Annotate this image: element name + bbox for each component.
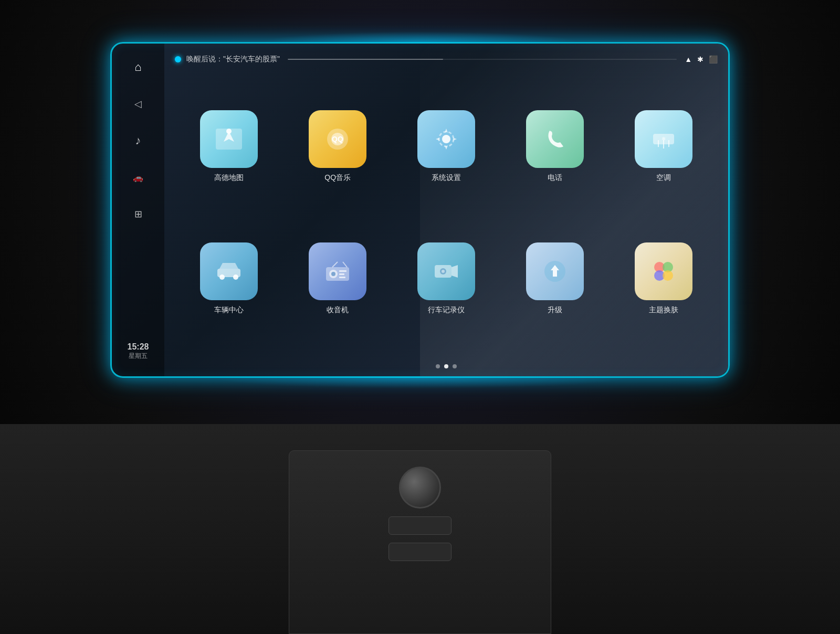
center-knob[interactable] (399, 467, 441, 509)
sidebar-item-vehicle[interactable]: 🚗 (122, 164, 154, 191)
app-label-map: 高德地图 (214, 173, 244, 183)
svg-point-5 (442, 135, 450, 143)
app-label-qqmusic: QQ音乐 (324, 173, 351, 183)
pagination-dot-3[interactable] (453, 364, 457, 368)
voice-indicator (175, 56, 181, 62)
app-label-vehicle: 车辆中心 (214, 305, 244, 315)
voice-bar (288, 59, 677, 60)
dashboard-bottom (0, 424, 840, 634)
svg-rect-20 (339, 273, 344, 275)
app-item-vehicle[interactable]: 车辆中心 (180, 218, 278, 340)
svg-point-1 (226, 129, 232, 134)
app-label-dashcam: 行车记录仪 (428, 305, 465, 315)
sidebar: ⌂ ◁ ♪ 🚗 ⊞ 15:28 星期五 (112, 44, 164, 376)
app-item-phone[interactable]: 电话 (506, 86, 604, 207)
pagination (164, 364, 728, 368)
svg-point-18 (331, 272, 335, 276)
app-icon-vehicle (200, 242, 258, 300)
screen-container: ⌂ ◁ ♪ 🚗 ⊞ 15:28 星期五 唤醒后说："长安汽车的股票" ▲ ✱ ⬛ (110, 42, 730, 378)
svg-text:❄: ❄ (662, 136, 666, 142)
center-button-1[interactable] (388, 516, 452, 535)
app-label-theme: 主题换肤 (649, 305, 678, 315)
pagination-dot-2[interactable] (444, 364, 448, 368)
svg-marker-25 (452, 265, 458, 278)
status-icons: ▲ ✱ ⬛ (685, 55, 718, 64)
app-item-dashcam[interactable]: 行车记录仪 (397, 218, 496, 340)
svg-point-15 (233, 274, 238, 280)
center-console (289, 450, 551, 634)
sidebar-time: 15:28 星期五 (128, 342, 149, 361)
bluetooth-icon: ✱ (697, 55, 704, 64)
svg-point-27 (442, 270, 445, 273)
svg-line-22 (332, 262, 338, 267)
svg-marker-13 (219, 263, 238, 269)
svg-text:QQ: QQ (332, 135, 343, 143)
sidebar-item-home[interactable]: ⌂ (122, 54, 154, 80)
center-button-2[interactable] (388, 543, 452, 561)
app-icon-settings (417, 110, 475, 168)
wifi-icon: ▲ (685, 55, 692, 64)
svg-rect-21 (339, 277, 345, 278)
app-item-ac[interactable]: ❄ 空调 (614, 86, 712, 207)
sidebar-item-nav[interactable]: ◁ (122, 91, 154, 117)
app-icon-ac: ❄ (635, 110, 692, 168)
app-icon-map (200, 110, 258, 168)
app-item-settings[interactable]: 系统设置 (397, 86, 496, 207)
pagination-dot-1[interactable] (436, 364, 440, 368)
screen: ⌂ ◁ ♪ 🚗 ⊞ 15:28 星期五 唤醒后说："长安汽车的股票" ▲ ✱ ⬛ (112, 44, 728, 376)
app-icon-radio (309, 242, 366, 300)
app-icon-phone (526, 110, 584, 168)
svg-point-32 (663, 270, 673, 281)
app-icon-dashcam (417, 242, 475, 300)
header-bar: 唤醒后说："长安汽车的股票" ▲ ✱ ⬛ (164, 44, 728, 75)
app-label-ac: 空调 (656, 173, 671, 183)
sidebar-item-music[interactable]: ♪ (122, 128, 154, 154)
app-item-qqmusic[interactable]: QQ QQ音乐 (289, 86, 387, 207)
app-item-map[interactable]: 高德地图 (180, 86, 278, 207)
app-label-radio: 收音机 (327, 305, 349, 315)
day-display: 星期五 (128, 352, 149, 361)
app-icon-qqmusic: QQ (309, 110, 366, 168)
app-icon-theme (635, 242, 692, 300)
time-display: 15:28 (128, 342, 149, 352)
svg-line-23 (343, 262, 347, 267)
app-label-upgrade: 升级 (548, 305, 562, 315)
svg-point-14 (219, 274, 225, 280)
svg-rect-19 (339, 270, 346, 272)
app-label-phone: 电话 (548, 173, 562, 183)
app-item-radio[interactable]: 收音机 (289, 218, 387, 340)
app-label-settings: 系统设置 (432, 173, 461, 183)
sidebar-item-apps[interactable]: ⊞ (122, 201, 154, 227)
app-grid: 高德地图 QQ QQ音乐 (164, 75, 728, 350)
camera-icon: ⬛ (709, 55, 718, 64)
voice-prompt-text: 唤醒后说："长安汽车的股票" (186, 55, 280, 64)
app-icon-upgrade (526, 242, 584, 300)
app-item-theme[interactable]: 主题换肤 (614, 218, 712, 340)
app-item-upgrade[interactable]: 升级 (506, 218, 604, 340)
